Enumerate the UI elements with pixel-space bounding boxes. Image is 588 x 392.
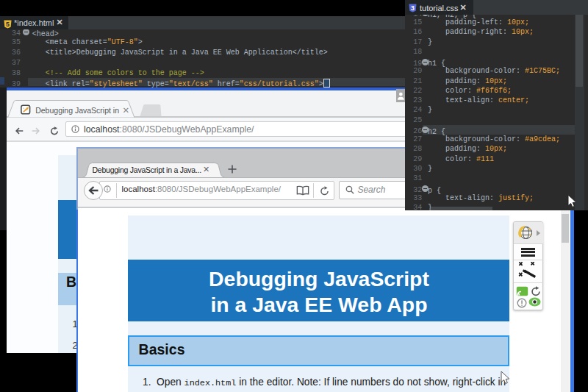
svg-text:3: 3 [411,4,415,12]
svg-text:5: 5 [6,21,10,28]
